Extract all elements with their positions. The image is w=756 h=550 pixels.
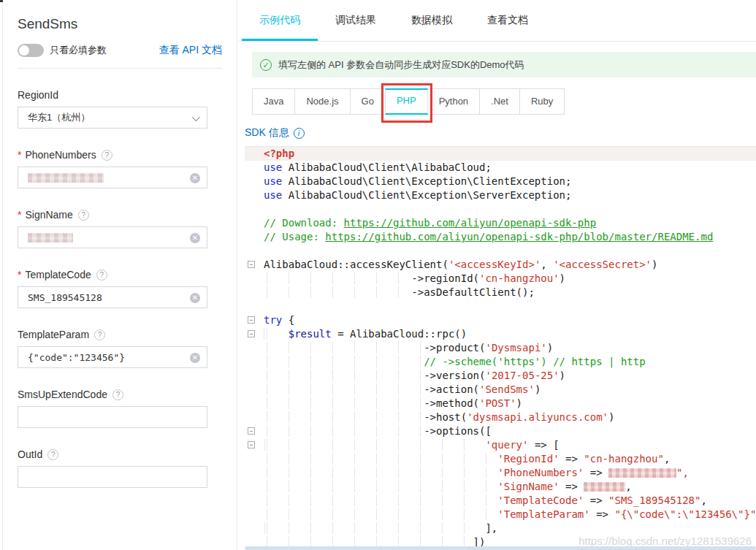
masked-value [28, 233, 73, 242]
code-token: AlibabaCloud\Client\Exception\ServerExce… [282, 189, 571, 201]
code-text [264, 244, 270, 258]
code-line: 'PhoneNumbers' => ", [245, 466, 756, 480]
field-value: {"code":"123456"} [28, 352, 125, 363]
indent-guides [264, 370, 424, 381]
lang-tab-nodejs[interactable]: Node.js [294, 88, 350, 115]
gutter [245, 299, 264, 313]
code-text: // Download: https://github.com/aliyun/o… [264, 216, 596, 230]
field-phonenumbers: *PhoneNumbers?✕ [18, 149, 222, 188]
lang-tab-java[interactable]: Java [252, 88, 295, 115]
field-input[interactable] [18, 466, 207, 488]
gutter [245, 522, 264, 535]
gutter [245, 341, 264, 355]
horizontal-scrollbar[interactable] [245, 546, 756, 550]
gutter: − [245, 313, 264, 327]
help-icon[interactable]: ? [96, 270, 107, 280]
code-token: = AlibabaCloud::rpc() [332, 328, 467, 340]
help-icon[interactable]: ? [112, 389, 123, 400]
fields-container: RegionId华东1（杭州）*PhoneNumbers?✕*SignName?… [3, 69, 237, 488]
code-text: 'RegionId' => "cn-hangzhou", [264, 452, 670, 466]
code-lines: <?phpuse AlibabaCloud\Client\AlibabaClou… [245, 147, 756, 549]
help-icon[interactable]: ? [94, 329, 105, 340]
code-text: try { [264, 313, 294, 327]
api-params-panel: SendSms 只看必填参数 查看 API 文档 RegionId华东1（杭州）… [3, 0, 237, 550]
code-line [245, 202, 756, 216]
code-token: <?php [264, 148, 294, 159]
indent-guides [264, 286, 411, 298]
code-text: ->version('2017-05-25') [264, 369, 565, 383]
required-only-toggle[interactable] [18, 44, 44, 57]
code-token: 'query' [485, 439, 528, 451]
masked-code-value [608, 468, 676, 478]
code-token: ) [516, 397, 522, 409]
indent-guides [264, 356, 424, 367]
lang-tab-net[interactable]: .Net [479, 88, 520, 115]
code-line: // Usage: https://github.com/aliyun/open… [245, 230, 756, 244]
code-text: ->options([ [264, 424, 492, 438]
code-editor[interactable]: <?phpuse AlibabaCloud\Client\AlibabaClou… [245, 146, 756, 550]
clear-input-button[interactable]: ✕ [190, 173, 200, 183]
code-line: 'TemplateParam' => "{\"code\":\"123456\"… [245, 508, 756, 522]
fold-marker-icon[interactable]: − [248, 316, 255, 324]
code-token: , [541, 259, 553, 270]
field-input[interactable]: SMS_189545128✕ [18, 286, 207, 308]
fold-marker-icon[interactable]: − [248, 427, 255, 435]
region-select[interactable]: 华东1（杭州） [18, 107, 207, 129]
gutter [245, 383, 264, 397]
tab-2[interactable]: 调试结果 [318, 0, 394, 41]
code-token: https://github.com/aliyun/openapi-sdk-ph… [325, 231, 713, 242]
help-icon[interactable]: ? [47, 449, 58, 460]
code-line: use AlibabaCloud\Client\AlibabaCloud; [245, 161, 756, 175]
code-line: use AlibabaCloud\Client\Exception\Server… [245, 188, 756, 202]
lang-tab-php[interactable]: PHP [385, 88, 428, 115]
view-api-doc-link[interactable]: 查看 API 文档 [159, 44, 222, 57]
code-text: ->product('Dysmsapi') [264, 341, 553, 355]
code-token: 'RegionId' [497, 453, 559, 465]
field-label-row: RegionId [18, 89, 222, 101]
lang-tab-python[interactable]: Python [427, 88, 480, 115]
field-input[interactable]: ✕ [18, 167, 207, 188]
clear-input-button[interactable]: ✕ [190, 293, 200, 303]
gutter [245, 161, 264, 175]
code-line [245, 299, 756, 313]
gutter [245, 188, 264, 202]
field-input[interactable]: ✕ [18, 226, 207, 248]
clear-input-button[interactable]: ✕ [190, 353, 200, 363]
code-token: ->options([ [424, 425, 492, 437]
gutter: − [245, 438, 264, 452]
field-signname: *SignName?✕ [18, 209, 222, 248]
field-label: TemplateParam [18, 329, 89, 340]
fold-marker-icon[interactable]: − [248, 330, 255, 337]
field-label: TemplateCode [25, 269, 91, 280]
code-token: { [282, 314, 294, 326]
tab-3[interactable]: 数据模拟 [394, 0, 470, 41]
field-templateparam: TemplateParam?{"code":"123456"}✕ [18, 329, 222, 368]
required-asterisk: * [18, 149, 21, 161]
help-icon[interactable]: ? [78, 210, 89, 221]
field-label-row: OutId? [18, 448, 222, 460]
lang-tab-go[interactable]: Go [350, 88, 386, 115]
lang-tab-ruby[interactable]: Ruby [519, 88, 565, 115]
clear-input-button[interactable]: ✕ [190, 233, 200, 243]
gutter [245, 202, 264, 216]
code-token: , [700, 494, 706, 506]
gutter: − [245, 327, 264, 341]
code-line: 'TemplateCode' => "SMS_189545128", [245, 494, 756, 508]
info-circle-icon[interactable]: i [294, 128, 305, 139]
indent-guides [264, 494, 497, 506]
code-text: 'TemplateParam' => "{\"code\":\"123456\"… [264, 508, 756, 522]
field-input[interactable] [18, 406, 207, 428]
gutter [245, 410, 264, 424]
code-token: 'cn-hangzhou' [479, 272, 560, 284]
tab-1[interactable]: 示例代码 [242, 0, 318, 41]
sdk-info-label: SDK 信息 [245, 126, 289, 140]
code-line: − ->options([ [245, 424, 756, 438]
fold-marker-icon[interactable]: − [248, 261, 255, 268]
tab-4[interactable]: 查看文档 [470, 0, 546, 41]
code-token: , [664, 453, 670, 465]
field-label: PhoneNumbers [25, 149, 96, 161]
fold-marker-icon[interactable]: − [248, 441, 255, 448]
help-icon[interactable]: ? [102, 150, 112, 161]
code-text: ->action('SendSms') [264, 383, 541, 397]
field-input[interactable]: {"code":"123456"}✕ [18, 346, 207, 368]
